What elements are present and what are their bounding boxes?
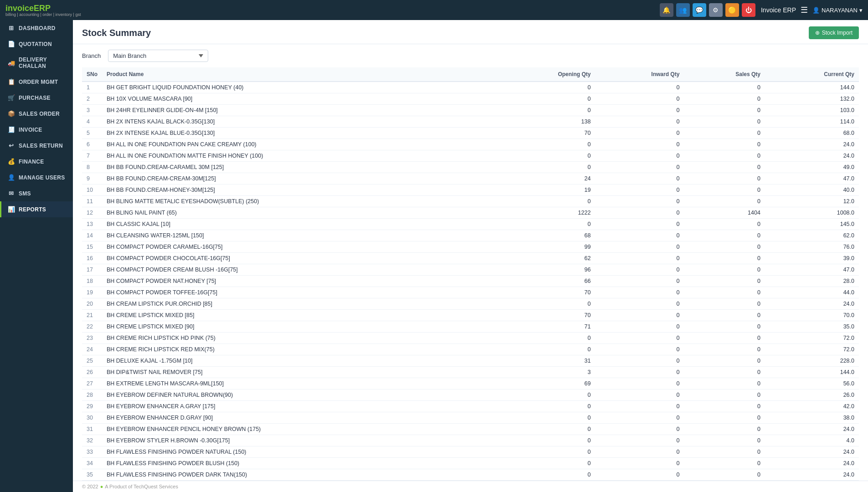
cell-current-qty: 103.0 bbox=[765, 105, 859, 116]
stock-import-button[interactable]: ⊕ Stock Import bbox=[809, 26, 859, 39]
cell-opening-qty: 1222 bbox=[496, 207, 596, 219]
cell-product-name: BH BB FOUND.CREAM-HONEY-30M[125] bbox=[102, 184, 496, 196]
cell-product-name: BH 2X INTENSE KAJAL BLUE-0.35G[130] bbox=[102, 128, 496, 139]
cell-inward-qty: 0 bbox=[595, 446, 684, 458]
cell-sno: 9 bbox=[82, 173, 102, 184]
finance-icon: 💰 bbox=[8, 158, 15, 165]
sidebar-item-order-mgmt[interactable]: 📋 ORDER MGMT bbox=[0, 74, 73, 90]
cell-current-qty: 24.0 bbox=[765, 424, 859, 435]
cell-current-qty: 144.0 bbox=[765, 82, 859, 93]
cell-inward-qty: 0 bbox=[595, 128, 684, 139]
cell-product-name: BH COMPACT POWDER NAT.HONEY [75] bbox=[102, 276, 496, 287]
cell-opening-qty: 96 bbox=[496, 264, 596, 276]
filter-bar: Branch Main Branch Branch 2 bbox=[73, 44, 868, 67]
cell-sales-qty: 0 bbox=[684, 424, 765, 435]
logo-invoice: invoice bbox=[5, 4, 34, 13]
cell-current-qty: 24.0 bbox=[765, 150, 859, 162]
cell-sno: 34 bbox=[82, 458, 102, 469]
cell-opening-qty: 0 bbox=[496, 196, 596, 207]
cell-opening-qty: 0 bbox=[496, 424, 596, 435]
sidebar-item-reports[interactable]: 📊 REPORTS bbox=[0, 201, 73, 217]
power-icon[interactable]: ⏻ bbox=[742, 3, 755, 17]
cell-sales-qty: 0 bbox=[684, 264, 765, 276]
cell-current-qty: 42.0 bbox=[765, 401, 859, 412]
sidebar-item-finance[interactable]: 💰 FINANCE bbox=[0, 154, 73, 169]
cell-current-qty: 24.0 bbox=[765, 139, 859, 150]
cell-sales-qty: 0 bbox=[684, 344, 765, 355]
sidebar-item-manage-users[interactable]: 👤 MANAGE USERS bbox=[0, 169, 73, 185]
cell-current-qty: 114.0 bbox=[765, 116, 859, 128]
table-row: 15 BH COMPACT POWDER CARAMEL-16G[75] 99 … bbox=[82, 241, 859, 253]
cell-sales-qty: 0 bbox=[684, 321, 765, 333]
sidebar-item-dashboard[interactable]: ⊞ DASHBOARD bbox=[0, 20, 73, 36]
notification-icon[interactable]: 🔔 bbox=[660, 3, 673, 17]
cell-product-name: BH CREME LIPSTICK MIXED [90] bbox=[102, 321, 496, 333]
cell-sno: 26 bbox=[82, 367, 102, 378]
purchase-icon: 🛒 bbox=[8, 94, 15, 101]
cell-product-name: BH CREME RICH LIPSTICK RED MIX(75) bbox=[102, 344, 496, 355]
cell-sales-qty: 0 bbox=[684, 196, 765, 207]
cell-inward-qty: 0 bbox=[595, 139, 684, 150]
cell-opening-qty: 70 bbox=[496, 287, 596, 298]
chat-icon[interactable]: 💬 bbox=[693, 3, 706, 17]
cell-inward-qty: 0 bbox=[595, 253, 684, 264]
cell-current-qty: 40.0 bbox=[765, 184, 859, 196]
cell-product-name: BH FLAWLESS FINISHING POWDER NATURAL (15… bbox=[102, 446, 496, 458]
cell-current-qty: 228.0 bbox=[765, 355, 859, 367]
settings-icon[interactable]: ⚙ bbox=[709, 3, 723, 17]
cell-inward-qty: 0 bbox=[595, 298, 684, 310]
cell-product-name: BH DIP&TWIST NAIL REMOVER [75] bbox=[102, 367, 496, 378]
cell-sno: 4 bbox=[82, 116, 102, 128]
app-logo: invoiceERP billing | accounting | order … bbox=[5, 4, 81, 17]
cell-sno: 15 bbox=[82, 241, 102, 253]
cell-current-qty: 68.0 bbox=[765, 128, 859, 139]
table-row: 1 BH GET BRIGHT LIQUID FOUNDATION HONEY … bbox=[82, 82, 859, 93]
cell-sno: 28 bbox=[82, 390, 102, 401]
cell-opening-qty: 68 bbox=[496, 230, 596, 241]
sidebar-item-sales-return[interactable]: ↩ SALES RETURN bbox=[0, 138, 73, 154]
cell-opening-qty: 0 bbox=[496, 150, 596, 162]
cell-opening-qty: 0 bbox=[496, 435, 596, 446]
col-header-opening-qty: Opening Qty bbox=[496, 67, 596, 82]
cell-product-name: BH BLING MATTE METALIC EYESHADOW(SUBTLE)… bbox=[102, 196, 496, 207]
sidebar-label-reports: REPORTS bbox=[19, 206, 46, 213]
top-navbar: invoiceERP billing | accounting | order … bbox=[0, 0, 868, 20]
cell-opening-qty: 0 bbox=[496, 298, 596, 310]
table-row: 2 BH 10X VOLUME MASCARA [90] 0 0 0 132.0 bbox=[82, 93, 859, 105]
sidebar-item-sales-order[interactable]: 📦 SALES ORDER bbox=[0, 106, 73, 122]
table-row: 31 BH EYEBROW ENHANCER PENCIL HONEY BROW… bbox=[82, 424, 859, 435]
sidebar-item-sms[interactable]: ✉ SMS bbox=[0, 185, 73, 201]
cell-sno: 5 bbox=[82, 128, 102, 139]
order-mgmt-icon: 📋 bbox=[8, 78, 15, 85]
branch-label: Branch bbox=[82, 52, 101, 59]
cell-sales-qty: 1404 bbox=[684, 207, 765, 219]
cell-product-name: BH COMPACT POWDER TOFFEE-16G[75] bbox=[102, 287, 496, 298]
table-row: 32 BH EYEBROW STYLER H.BROWN -0.30G[175]… bbox=[82, 435, 859, 446]
users-icon[interactable]: 👥 bbox=[676, 3, 690, 17]
branch-select[interactable]: Main Branch Branch 2 bbox=[108, 50, 208, 62]
sidebar-item-quotation[interactable]: 📄 QUOTATION bbox=[0, 36, 73, 52]
cell-current-qty: 38.0 bbox=[765, 412, 859, 424]
cell-sno: 2 bbox=[82, 93, 102, 105]
user-name: NARAYANAN bbox=[822, 7, 858, 14]
sidebar-item-invoice[interactable]: 🧾 INVOICE bbox=[0, 122, 73, 138]
cell-inward-qty: 0 bbox=[595, 93, 684, 105]
table-row: 24 BH CREME RICH LIPSTICK RED MIX(75) 0 … bbox=[82, 344, 859, 355]
main-content: Stock Summary ⊕ Stock Import Branch Main… bbox=[73, 20, 868, 492]
sidebar-item-delivery-challan[interactable]: 🚚 DELIVERY CHALLAN bbox=[0, 52, 73, 74]
cell-sales-qty: 0 bbox=[684, 469, 765, 481]
sidebar-item-purchase[interactable]: 🛒 PURCHASE bbox=[0, 90, 73, 106]
hamburger-icon[interactable]: ☰ bbox=[801, 5, 808, 15]
cell-sales-qty: 0 bbox=[684, 287, 765, 298]
flag-icon[interactable]: 🟡 bbox=[725, 3, 739, 17]
dashboard-icon: ⊞ bbox=[8, 25, 15, 31]
cell-sales-qty: 0 bbox=[684, 355, 765, 367]
cell-opening-qty: 69 bbox=[496, 378, 596, 390]
cell-current-qty: 132.0 bbox=[765, 93, 859, 105]
cell-inward-qty: 0 bbox=[595, 321, 684, 333]
table-row: 12 BH BLING NAIL PAINT (65) 1222 0 1404 … bbox=[82, 207, 859, 219]
table-row: 11 BH BLING MATTE METALIC EYESHADOW(SUBT… bbox=[82, 196, 859, 207]
table-row: 10 BH BB FOUND.CREAM-HONEY-30M[125] 19 0… bbox=[82, 184, 859, 196]
cell-inward-qty: 0 bbox=[595, 390, 684, 401]
user-menu[interactable]: 👤 NARAYANAN ▾ bbox=[812, 7, 863, 14]
